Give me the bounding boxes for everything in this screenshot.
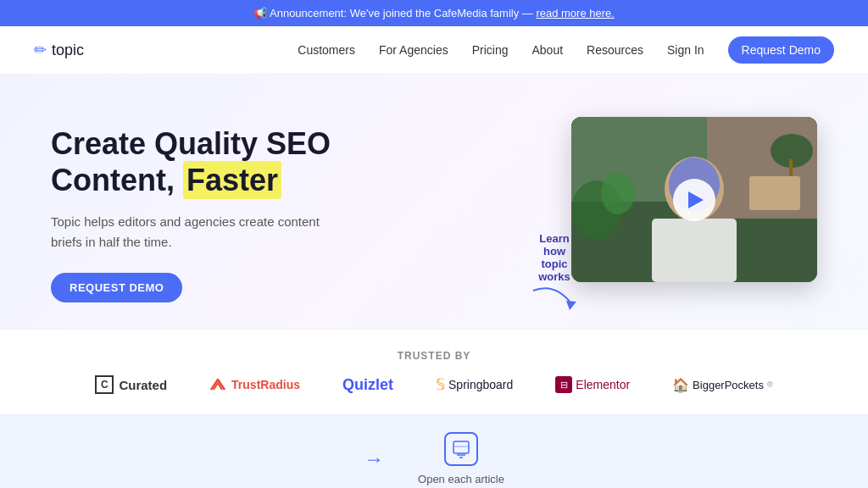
hero-title-highlight: Faster	[183, 161, 281, 199]
learn-how-text: Learn how topic works	[529, 232, 580, 312]
logo-icon: ✏	[34, 41, 47, 59]
logo-springboard: 𝕊 Springboard	[436, 375, 513, 394]
biggerpockets-sup: ®	[767, 380, 773, 389]
hero-cta-button[interactable]: REQUEST DEMO	[51, 273, 182, 302]
svg-point-9	[601, 172, 635, 214]
hero-title-part1: Create Quality SEO	[51, 126, 331, 161]
biggerpockets-icon: 🏠	[672, 377, 689, 393]
curated-name: Curated	[119, 378, 167, 392]
hero-title-part2: Content,	[51, 163, 175, 197]
navbar: ✏ topic Customers For Agencies Pricing A…	[0, 26, 868, 75]
springboard-name: Springboard	[448, 378, 513, 391]
elementor-icon: ⊟	[555, 376, 572, 393]
curated-icon: C	[95, 375, 114, 394]
nav-for-agencies[interactable]: For Agencies	[379, 43, 448, 57]
feature-label: Open each article	[418, 473, 504, 485]
nav-resources[interactable]: Resources	[587, 43, 643, 57]
logo-biggerpockets: 🏠 BiggerPockets ®	[672, 377, 772, 393]
hero-title: Create Quality SEO Content, Faster	[51, 125, 348, 198]
nav-pricing[interactable]: Pricing	[472, 43, 509, 57]
video-thumbnail[interactable]	[571, 117, 817, 282]
logo: ✏ topic	[34, 41, 84, 59]
trusted-logos: C Curated TrustRadius Quizlet 𝕊 Springbo…	[51, 375, 817, 394]
logo-text: topic	[52, 42, 84, 59]
hero-left: Create Quality SEO Content, Faster Topic…	[51, 117, 348, 302]
svg-rect-7	[652, 219, 737, 282]
play-button[interactable]	[673, 179, 715, 221]
request-demo-button[interactable]: Request Demo	[728, 36, 834, 64]
biggerpockets-name: BiggerPockets	[693, 379, 764, 391]
sign-in-link[interactable]: Sign In	[667, 43, 704, 57]
nav-links: Customers For Agencies Pricing About Res…	[298, 36, 834, 64]
article-icon	[451, 439, 471, 459]
logo-trustradius: TrustRadius	[209, 378, 300, 391]
hero-section: Create Quality SEO Content, Faster Topic…	[0, 75, 868, 329]
trusted-section: TRUSTED BY C Curated TrustRadius Quizlet…	[0, 329, 868, 414]
trustradius-name: TrustRadius	[231, 378, 300, 391]
announcement-icon: 📢	[253, 7, 267, 19]
announcement-text: Announcement: We've joined the CafeMedia…	[270, 7, 536, 19]
trusted-label: TRUSTED BY	[51, 350, 817, 362]
logo-elementor: ⊟ Elementor	[555, 376, 630, 393]
feature-icon	[444, 432, 478, 466]
bottom-arrow-icon: →	[364, 447, 384, 471]
hero-description: Topic helps editors and agencies create …	[51, 212, 348, 252]
svg-marker-11	[566, 301, 576, 310]
logo-curated: C Curated	[95, 375, 167, 394]
bottom-feature: Open each article	[418, 432, 504, 485]
play-icon	[688, 191, 704, 208]
quizlet-name: Quizlet	[342, 376, 393, 393]
announcement-bar: 📢 Announcement: We've joined the CafeMed…	[0, 0, 868, 26]
hero-right: Learn how topic works	[571, 117, 817, 282]
svg-rect-10	[749, 176, 800, 210]
elementor-name: Elementor	[576, 378, 630, 391]
learn-how-arrow	[529, 286, 580, 312]
springboard-icon: 𝕊	[436, 375, 445, 394]
svg-rect-13	[453, 446, 469, 447]
logo-quizlet: Quizlet	[342, 376, 393, 394]
trustradius-icon	[209, 378, 226, 391]
bottom-section: → Open each article	[0, 414, 868, 488]
announcement-link[interactable]: read more here.	[536, 7, 615, 19]
video-label-text: Learn how topic works	[538, 232, 570, 283]
nav-customers[interactable]: Customers	[298, 43, 355, 57]
nav-about[interactable]: About	[532, 43, 564, 57]
